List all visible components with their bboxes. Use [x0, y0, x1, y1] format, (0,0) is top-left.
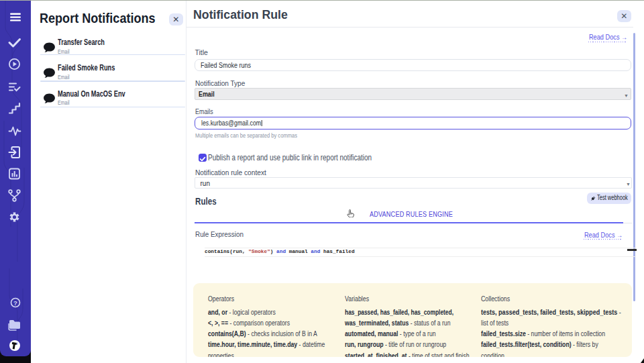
svg-text:?: ?: [13, 299, 17, 307]
